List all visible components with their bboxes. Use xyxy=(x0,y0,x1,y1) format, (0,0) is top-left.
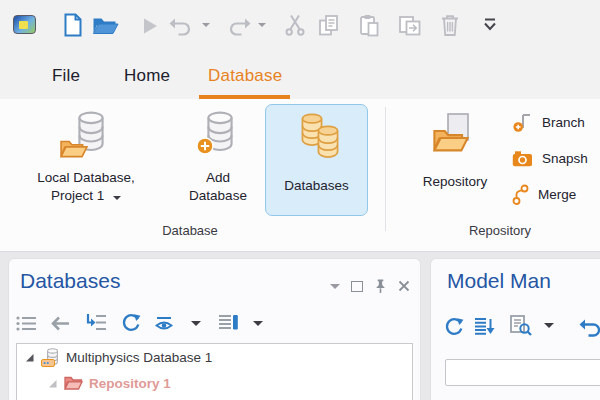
snapshot-label: Snapsh xyxy=(542,151,588,166)
copy-icon xyxy=(318,14,339,37)
trash-icon xyxy=(440,14,460,37)
redo-dropdown[interactable] xyxy=(258,23,266,27)
toolbar-overflow-button[interactable] xyxy=(482,18,498,32)
arrow-left-icon xyxy=(49,315,71,332)
open-file-button[interactable] xyxy=(92,16,119,36)
repository-folder-icon xyxy=(64,376,83,391)
float-panel-icon[interactable] xyxy=(351,281,363,292)
camera-icon xyxy=(512,150,533,167)
tree-expander-icon[interactable] xyxy=(48,378,58,389)
local-database-icon xyxy=(60,111,112,163)
columns-dropdown[interactable] xyxy=(253,321,263,326)
add-database-button[interactable]: Add Database xyxy=(172,103,264,205)
repository-button[interactable]: Repository xyxy=(405,103,505,191)
preview-search-icon xyxy=(509,315,532,336)
model-manager-panel: Model Man xyxy=(430,258,600,400)
columns-button[interactable] xyxy=(218,314,239,331)
sort-list-icon xyxy=(474,317,495,336)
chevron-down-icon xyxy=(113,196,121,200)
tree-expander-icon[interactable] xyxy=(25,352,35,363)
paste-icon xyxy=(359,14,380,37)
merge-icon xyxy=(512,184,529,205)
mm-refresh-button[interactable] xyxy=(444,317,464,337)
refresh-button[interactable] xyxy=(121,313,141,333)
tab-database[interactable]: Database xyxy=(208,52,282,99)
undo-dropdown[interactable] xyxy=(202,23,210,27)
goto-node-icon xyxy=(85,313,107,332)
ribbon-group-divider xyxy=(385,107,386,231)
model-manager-panel-title: Model Man xyxy=(447,269,551,293)
chevron-bar-icon xyxy=(482,18,498,32)
databases-panel: Databases Multiphysics Database 1 xyxy=(8,258,421,400)
quick-access-toolbar xyxy=(0,0,600,52)
databases-label: Databases xyxy=(284,177,349,195)
new-file-button[interactable] xyxy=(63,13,83,37)
new-file-icon xyxy=(63,13,83,37)
local-database-label: Local Database, Project 1 xyxy=(37,169,135,205)
scissors-icon xyxy=(284,14,306,36)
local-database-button[interactable]: Local Database, Project 1 xyxy=(10,103,162,205)
columns-icon xyxy=(218,314,239,331)
branch-button[interactable]: Branch xyxy=(512,107,585,137)
tab-file[interactable]: File xyxy=(52,52,80,99)
merge-button[interactable]: Merge xyxy=(512,179,576,209)
refresh-icon xyxy=(444,317,464,337)
refresh-icon xyxy=(121,313,141,333)
repository-label: Repository xyxy=(423,173,488,191)
group-label-database: Database xyxy=(0,223,380,238)
eye-icon xyxy=(155,316,175,332)
delete-button[interactable] xyxy=(440,14,460,37)
tree-row-multiphysics-database[interactable]: Multiphysics Database 1 xyxy=(17,344,412,370)
add-database-label: Add Database xyxy=(189,169,247,205)
run-button[interactable] xyxy=(142,17,158,35)
tab-home[interactable]: Home xyxy=(124,52,170,99)
add-database-icon xyxy=(192,111,244,163)
app-window: { "tabs": { "file": "File", "home": "Hom… xyxy=(0,0,600,400)
redo-icon xyxy=(226,16,251,36)
copy-button[interactable] xyxy=(318,14,339,37)
open-folder-icon xyxy=(92,16,119,36)
mm-search-input[interactable] xyxy=(445,359,600,386)
paste-button[interactable] xyxy=(359,14,380,37)
mm-preview-button[interactable] xyxy=(509,315,532,336)
mm-sort-button[interactable] xyxy=(474,317,495,336)
ribbon-tab-bar: File Home Database xyxy=(0,52,600,99)
undo-icon xyxy=(579,317,600,337)
tree-node-label: Multiphysics Database 1 xyxy=(66,350,212,365)
play-icon xyxy=(142,17,158,35)
databases-panel-title: Databases xyxy=(20,269,120,293)
mm-preview-dropdown[interactable] xyxy=(544,323,554,328)
show-list-button[interactable] xyxy=(16,315,37,332)
redo-button[interactable] xyxy=(226,16,251,36)
duplicate-button[interactable] xyxy=(398,14,421,37)
databases-panel-controls xyxy=(330,278,410,294)
snapshot-button[interactable]: Snapsh xyxy=(512,143,588,173)
branch-icon xyxy=(512,112,533,133)
group-label-repository: Repository xyxy=(385,223,600,238)
tree-row-repository-1[interactable]: Repository 1 xyxy=(17,370,412,396)
go-to-node-button[interactable] xyxy=(85,313,107,332)
back-button[interactable] xyxy=(49,315,71,332)
databases-icon xyxy=(291,113,343,165)
databases-tree: Multiphysics Database 1 Repository 1 xyxy=(16,343,413,400)
plus-badge-icon xyxy=(196,137,214,155)
database-server-icon xyxy=(41,348,60,367)
ribbon-database: Local Database, Project 1 Add Database D… xyxy=(0,99,600,252)
show-hide-dropdown[interactable] xyxy=(191,321,201,326)
repository-icon xyxy=(429,111,481,163)
undo-button[interactable] xyxy=(169,16,194,36)
show-hide-button[interactable] xyxy=(155,316,175,332)
undo-icon xyxy=(169,16,194,36)
merge-label: Merge xyxy=(538,187,576,202)
mm-undo-button[interactable] xyxy=(579,317,600,337)
branch-label: Branch xyxy=(542,115,585,130)
tree-node-label: Repository 1 xyxy=(89,376,171,391)
pin-icon[interactable] xyxy=(374,278,387,294)
panel-menu-icon[interactable] xyxy=(330,284,340,289)
app-icon[interactable] xyxy=(13,15,36,34)
cut-button[interactable] xyxy=(284,14,306,36)
duplicate-icon xyxy=(398,14,421,37)
list-icon xyxy=(16,315,37,332)
close-icon[interactable] xyxy=(398,280,410,292)
databases-button[interactable]: Databases xyxy=(265,104,368,216)
